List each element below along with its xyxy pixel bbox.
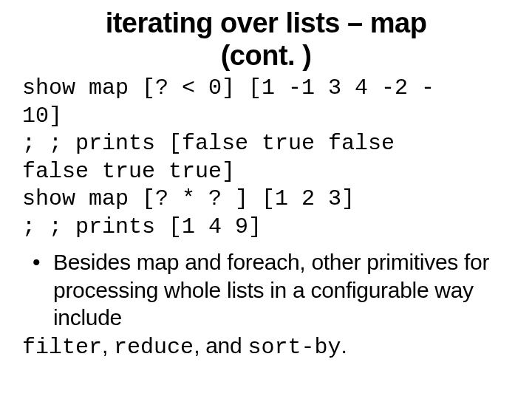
bullet-item: Besides map and foreach, other primitive…	[22, 248, 510, 332]
code-word-sort-by: sort-by	[248, 335, 341, 360]
sep-1: ,	[102, 333, 114, 358]
code-line-2a: ; ; prints [false true false	[22, 130, 510, 158]
slide: iterating over lists – map (cont. ) show…	[0, 0, 532, 399]
slide-title: iterating over lists – map (cont. )	[22, 7, 510, 72]
title-line-2: (cont. )	[221, 40, 312, 71]
sep-2: ,	[194, 333, 205, 358]
code-line-1a: show map [? < 0] [1 -1 3 4 -2 -	[22, 75, 510, 103]
code-word-reduce: reduce	[114, 335, 194, 360]
title-line-1: iterating over lists – map	[106, 7, 427, 38]
code-line-2b: false true true]	[22, 158, 510, 186]
bullet-list: Besides map and foreach, other primitive…	[22, 248, 510, 332]
bullet-text: Besides map and foreach, other primitive…	[53, 250, 489, 330]
code-line-4: ; ; prints [1 4 9]	[22, 214, 510, 242]
period: .	[341, 333, 347, 358]
code-word-filter: filter	[22, 335, 102, 360]
code-line-3: show map [? * ? ] [1 2 3]	[22, 185, 510, 214]
bullet-continuation: filter, reduce, and sort-by.	[22, 332, 510, 362]
joiner-and: and	[205, 333, 248, 358]
code-example: show map [? < 0] [1 -1 3 4 -2 -10]; ; pr…	[22, 75, 510, 241]
code-line-1b: 10]	[22, 103, 510, 131]
